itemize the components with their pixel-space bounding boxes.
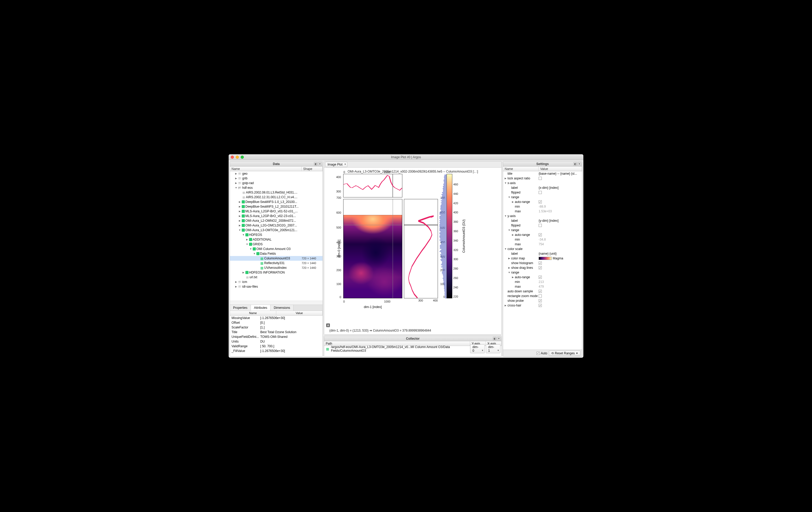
setting-value[interactable]	[539, 177, 582, 180]
checkbox[interactable]	[539, 299, 542, 302]
settings-row[interactable]: flipped	[503, 190, 582, 195]
setting-value[interactable]	[539, 191, 582, 194]
main-heatmap[interactable]	[343, 199, 402, 298]
tree-row[interactable]: url.txt	[230, 275, 323, 279]
tree-row[interactable]: geo	[230, 171, 323, 176]
disclosure-triangle-icon[interactable]	[508, 267, 511, 269]
disclosure-triangle-icon[interactable]	[249, 248, 252, 250]
tree-row[interactable]: AIRS.2002.08.01.L3.RetStd_H031....	[230, 190, 323, 195]
tree-row[interactable]: GRIDS	[230, 242, 323, 247]
disclosure-triangle-icon[interactable]	[512, 234, 514, 236]
settings-row[interactable]: label{y-dim} [index]	[503, 218, 582, 223]
close-panel-icon[interactable]: ✕	[318, 162, 322, 166]
settings-col-value[interactable]: Value	[539, 167, 582, 171]
setting-value[interactable]	[539, 262, 582, 265]
settings-row[interactable]: min-34.8	[503, 237, 582, 242]
xaxis-dropdown[interactable]: dim-1	[486, 344, 500, 353]
tree-row[interactable]: OMI-Aura_L2-OMNO2_2008m072...	[230, 218, 323, 223]
attribute-row[interactable]: _FillValue[-1.2676506e+30]	[230, 349, 323, 353]
tree-row[interactable]: idl-sav-files	[230, 284, 323, 289]
disclosure-triangle-icon[interactable]	[508, 271, 511, 274]
disclosure-triangle-icon[interactable]	[512, 276, 514, 278]
tab-attributes[interactable]: Attributes	[251, 305, 271, 311]
tree-row[interactable]: Data Fields	[230, 251, 323, 256]
attribute-row[interactable]: UnitsDU	[230, 339, 323, 344]
settings-row[interactable]: range	[503, 270, 582, 275]
tree-row[interactable]: Reflectivity331720 × 1440	[230, 261, 323, 265]
inspector-dropdown[interactable]: Image Plot	[325, 162, 347, 167]
setting-value[interactable]	[539, 290, 582, 293]
setting-value[interactable]	[539, 304, 582, 307]
undock-icon[interactable]: ◧	[314, 162, 318, 166]
col-name[interactable]: Name	[230, 167, 301, 171]
settings-row[interactable]: color scale	[503, 247, 582, 251]
tree-row[interactable]: HDFEOS INFORMATION	[230, 270, 323, 275]
attribute-row[interactable]: TitleBest Total Ozone Solution	[230, 330, 323, 334]
settings-row[interactable]: lock aspect ratio	[503, 176, 582, 181]
checkbox[interactable]	[539, 177, 542, 180]
disclosure-triangle-icon[interactable]	[508, 229, 511, 232]
settings-row[interactable]: max479	[503, 284, 582, 289]
settings-row[interactable]: auto-range	[503, 275, 582, 279]
disclosure-triangle-icon[interactable]	[235, 186, 237, 189]
tree-row[interactable]: ColumnAmountO3720 × 1440	[230, 256, 323, 261]
settings-row[interactable]: label{x-dim} [index]	[503, 185, 582, 190]
close-panel-icon[interactable]: ✕	[578, 162, 581, 166]
disclosure-triangle-icon[interactable]	[235, 177, 237, 180]
crosshair-h[interactable]	[344, 225, 402, 225]
settings-row[interactable]: max1.53e+03	[503, 209, 582, 214]
col-shape[interactable]: Shape	[301, 167, 323, 171]
setting-value[interactable]	[539, 200, 582, 204]
undock-icon[interactable]: ◧	[573, 162, 577, 166]
attribute-row[interactable]: Offset[0.]	[230, 320, 323, 325]
disclosure-triangle-icon[interactable]	[238, 205, 241, 208]
settings-row[interactable]: min-88.9	[503, 204, 582, 209]
colorbar-gradient[interactable]	[446, 174, 452, 298]
disclosure-triangle-icon[interactable]	[508, 196, 511, 199]
tree-row[interactable]: MLS-Aura_L2GP-BrO_v02-23-c01...	[230, 214, 323, 218]
settings-row[interactable]: max754	[503, 242, 582, 247]
disclosure-triangle-icon[interactable]	[508, 257, 511, 260]
settings-col-name[interactable]: Name	[503, 167, 539, 171]
disclosure-triangle-icon[interactable]	[504, 182, 507, 184]
setting-value[interactable]: {y-dim} [index]	[539, 219, 582, 222]
top-profile-plot[interactable]: 0 1000 400 300	[343, 174, 402, 198]
checkbox[interactable]	[539, 276, 542, 279]
disclosure-triangle-icon[interactable]	[504, 177, 507, 180]
checkbox[interactable]	[539, 304, 542, 307]
settings-row[interactable]: show histogram	[503, 261, 582, 265]
file-tree[interactable]: geogribgstp-radhdf-eosAIRS.2002.08.01.L3…	[230, 171, 323, 301]
disclosure-triangle-icon[interactable]	[235, 172, 237, 175]
tree-row[interactable]: gstp-rad	[230, 181, 323, 185]
tree-row[interactable]: MLS-Aura_L2GP-BrO_v01-52-c01_...	[230, 209, 323, 214]
settings-row[interactable]: color mapMagma	[503, 256, 582, 261]
disclosure-triangle-icon[interactable]	[242, 271, 245, 274]
tree-h-scrollbar[interactable]	[230, 301, 323, 305]
disclosure-triangle-icon[interactable]	[242, 234, 245, 236]
close-panel-icon[interactable]: ✕	[497, 337, 501, 340]
disclosure-triangle-icon[interactable]	[235, 182, 237, 184]
settings-row[interactable]: range	[503, 228, 582, 233]
tree-row[interactable]: OMI-Aura_L3-OMTO3e_2005m121...	[230, 228, 323, 233]
tab-properties[interactable]: Properties	[230, 305, 251, 311]
yaxis-dropdown[interactable]: dim-0	[470, 344, 485, 353]
settings-row[interactable]: x-axis	[503, 181, 582, 185]
disclosure-triangle-icon[interactable]	[238, 215, 241, 217]
settings-row[interactable]: auto-range	[503, 200, 582, 204]
attr-col-name[interactable]: Name	[230, 311, 276, 315]
disclosure-triangle-icon[interactable]	[235, 280, 237, 283]
auto-checkbox[interactable]: Auto	[536, 352, 547, 355]
tree-row[interactable]: AIRS.2002.12.31.001.L2.CC_H.v4....	[230, 195, 323, 200]
settings-row[interactable]: label{name} {unit}	[503, 251, 582, 256]
settings-row[interactable]: cross-hair	[503, 303, 582, 308]
setting-value[interactable]	[539, 276, 582, 279]
colorbar[interactable]: 220240260280300320340360380400420440460 …	[439, 174, 466, 298]
setting-value[interactable]: {x-dim} [index]	[539, 186, 582, 189]
checkbox[interactable]	[539, 295, 542, 298]
side-profile-plot[interactable]: 700 600 500 400 300 200 100 0 300 400	[404, 199, 438, 298]
reset-ranges-button[interactable]: ⟲ Reset Ranges ▼	[549, 351, 580, 356]
tree-row[interactable]: OMI-Aura_L2G-OMCLDO2G_2007...	[230, 223, 323, 228]
attribute-row[interactable]: MissingValue[-1.2676506e+30]	[230, 315, 323, 320]
attr-col-value[interactable]: Value	[276, 311, 323, 315]
setting-value[interactable]	[539, 233, 582, 236]
